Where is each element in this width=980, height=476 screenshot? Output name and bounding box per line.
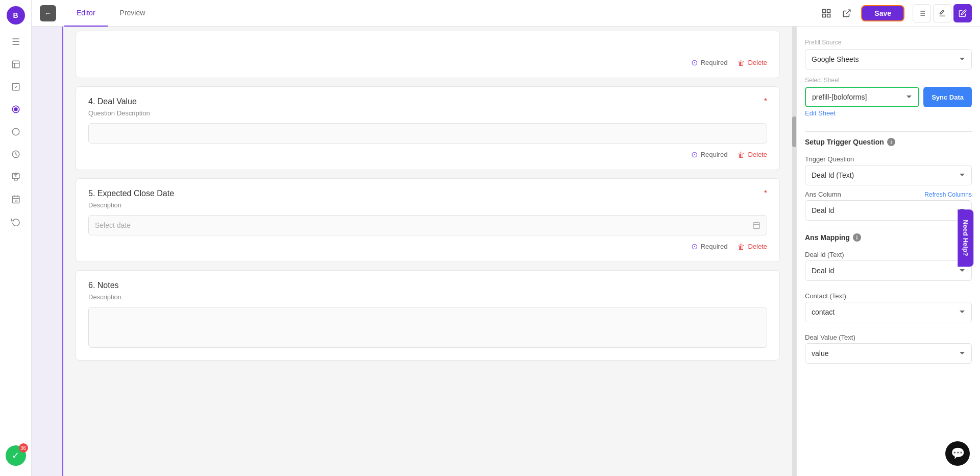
delete-label-4: Delete: [748, 151, 767, 158]
sync-data-button[interactable]: Sync Data: [923, 87, 972, 107]
prefill-source-label: Prefill Source: [805, 39, 972, 46]
content-row: ⊙ Required 🗑 Delete 4. Deal Value: [32, 27, 980, 476]
svg-rect-0: [12, 61, 19, 68]
svg-rect-15: [823, 9, 826, 12]
chat-widget-button[interactable]: 💬: [945, 441, 970, 466]
tab-preview[interactable]: Preview: [108, 0, 158, 27]
sidebar-icon-menu[interactable]: ☰: [7, 33, 25, 51]
required-label-4: Required: [701, 151, 728, 158]
mapping-select-1[interactable]: contact: [805, 302, 972, 322]
prefill-source-select[interactable]: Google Sheets: [805, 49, 972, 69]
required-toggle-5[interactable]: ⊙ Required: [691, 242, 728, 251]
form-card-5-footer: ⊙ Required 🗑 Delete: [88, 242, 767, 251]
sheet-select[interactable]: prefill-[boloforms]: [805, 87, 919, 107]
mapping-label-2: Deal Value (Text): [805, 334, 972, 341]
setup-trigger-title: Setup Trigger Question i: [805, 138, 972, 146]
delete-icon-5: 🗑: [738, 243, 745, 251]
layout-icon[interactable]: [817, 4, 836, 22]
form-card-4-desc: Question Description: [88, 109, 767, 117]
ans-mapping-title: Ans Mapping i: [805, 233, 972, 242]
mapping-row-2: Deal Value (Text) value: [805, 328, 972, 364]
svg-point-6: [12, 128, 19, 135]
sidebar-icon-circle[interactable]: [7, 123, 25, 141]
sidebar-icon-check[interactable]: [7, 78, 25, 96]
mapping-row-0: Deal id (Text) Deal Id: [805, 246, 972, 281]
svg-rect-17: [827, 14, 830, 17]
form-card-4-title: 4. Deal Value: [88, 97, 137, 106]
form-card-6-desc: Description: [88, 293, 767, 301]
form-card-5: 5. Expected Close Date * Description Sel…: [76, 178, 780, 262]
form-editor: ⊙ Required 🗑 Delete 4. Deal Value: [63, 27, 792, 476]
scroll-thumb[interactable]: [792, 116, 796, 147]
form-input-4[interactable]: [88, 123, 767, 144]
list-icon[interactable]: [913, 4, 931, 22]
sidebar-icon-calendar[interactable]: 19: [7, 190, 25, 208]
form-textarea-6[interactable]: [88, 307, 767, 348]
delete-btn-4[interactable]: 🗑 Delete: [738, 151, 767, 159]
delete-icon-4: 🗑: [738, 151, 745, 159]
sidebar-icon-forms[interactable]: [7, 55, 25, 74]
required-toggle-4[interactable]: ⊙ Required: [691, 150, 728, 159]
info-icon-mapping: i: [853, 233, 861, 242]
delete-btn-5[interactable]: 🗑 Delete: [738, 243, 767, 251]
mapping-label-0: Deal id (Text): [805, 251, 972, 258]
back-button[interactable]: ←: [40, 5, 56, 21]
sidebar-icon-refresh[interactable]: [7, 212, 25, 231]
mapping-select-0[interactable]: Deal Id: [805, 260, 972, 281]
form-card-footer-top: ⊙ Required 🗑 Delete: [88, 58, 767, 67]
left-nav: [32, 27, 63, 476]
stamp-icon[interactable]: [933, 4, 951, 22]
date-input-5[interactable]: Select date: [88, 215, 767, 235]
tab-editor[interactable]: Editor: [64, 0, 108, 27]
required-toggle-top[interactable]: ⊙ Required: [691, 58, 728, 67]
toolbar-icons: [913, 4, 972, 22]
mapping-row-1: Contact (Text) contact: [805, 287, 972, 322]
scroll-track[interactable]: [792, 27, 796, 476]
topbar: ← Editor Preview Save: [32, 0, 980, 27]
select-sheet-label: Select Sheet: [805, 77, 972, 84]
ans-column-label: Ans Column: [805, 191, 841, 198]
toggle-icon-top: ⊙: [691, 58, 698, 67]
trigger-question-select[interactable]: Deal Id (Text): [805, 165, 972, 185]
edit-sheet-link[interactable]: Edit Sheet: [805, 109, 972, 117]
divider-2: [805, 227, 972, 227]
ans-column-select[interactable]: Deal Id: [805, 200, 972, 221]
external-link-icon[interactable]: [838, 4, 856, 22]
svg-point-5: [14, 108, 17, 111]
trigger-question-label: Trigger Question: [805, 155, 972, 163]
required-asterisk-4: *: [764, 97, 767, 106]
svg-line-19: [846, 10, 850, 14]
toggle-icon-5: ⊙: [691, 242, 698, 251]
form-card-5-title-group: 5. Expected Close Date: [88, 189, 174, 198]
divider-1: [805, 131, 972, 132]
form-card-6-title-group: 6. Notes: [88, 281, 119, 290]
form-card-4-header: 4. Deal Value *: [88, 97, 767, 106]
sidebar-icon-clock[interactable]: [7, 145, 25, 163]
svg-rect-18: [823, 14, 826, 17]
svg-rect-27: [753, 223, 760, 229]
mapping-label-1: Contact (Text): [805, 292, 972, 300]
mapping-select-2[interactable]: value: [805, 343, 972, 364]
form-card-6-header: 6. Notes: [88, 281, 767, 290]
required-label-top: Required: [701, 59, 728, 66]
form-card-5-header: 5. Expected Close Date *: [88, 189, 767, 198]
right-panel: Prefill Source Google Sheets Select Shee…: [796, 27, 980, 476]
sidebar-icon-upload[interactable]: [7, 168, 25, 186]
sidebar-icon-radio[interactable]: [7, 100, 25, 118]
refresh-columns-link[interactable]: Refresh Columns: [924, 191, 972, 198]
form-card-5-desc: Description: [88, 201, 767, 209]
save-button[interactable]: Save: [861, 5, 904, 21]
date-placeholder-5: Select date: [95, 221, 131, 229]
edit-icon[interactable]: [953, 4, 972, 22]
notification-badge[interactable]: ✓ 36: [6, 445, 26, 466]
toggle-icon-4: ⊙: [691, 150, 698, 159]
delete-label-top: Delete: [748, 59, 767, 66]
select-sheet-row: prefill-[boloforms] Sync Data: [805, 87, 972, 107]
sidebar-left: B ☰ 19 ✓ 36: [0, 0, 32, 476]
need-help-button[interactable]: Need Help?: [958, 209, 974, 267]
delete-btn-top[interactable]: 🗑 Delete: [738, 59, 767, 67]
form-card-4-footer: ⊙ Required 🗑 Delete: [88, 150, 767, 159]
chat-icon: 💬: [951, 447, 965, 460]
form-card-top-partial: ⊙ Required 🗑 Delete: [76, 31, 780, 78]
info-icon-trigger: i: [887, 138, 895, 146]
